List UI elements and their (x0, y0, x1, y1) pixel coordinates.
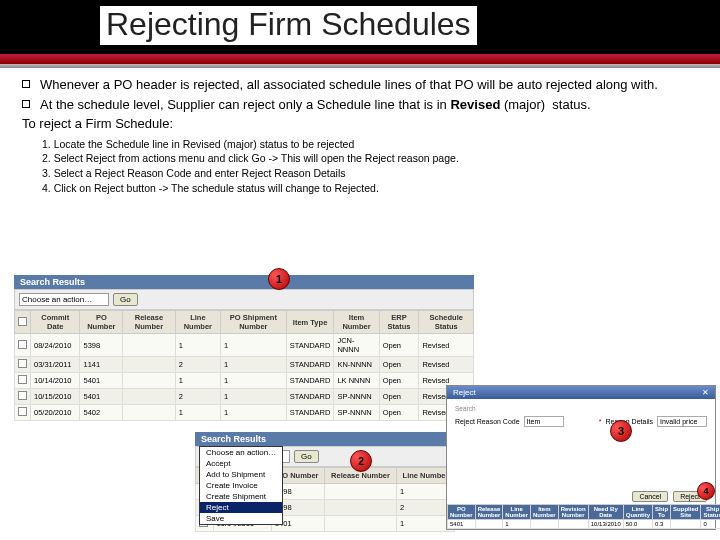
callout-1: 1 (268, 268, 290, 290)
select-all-checkbox[interactable] (18, 317, 27, 326)
cell (123, 357, 176, 373)
col-po-number: PO Number (80, 311, 123, 334)
close-icon[interactable]: ✕ (702, 388, 709, 397)
col-item-number: Item Number (334, 311, 379, 334)
table-row[interactable]: 10/15/2010540121STANDARDSP-NNNNOpenRevis… (15, 389, 474, 405)
cell: 10/14/2010 (31, 373, 80, 389)
cell: 10/13/2010 (588, 520, 623, 529)
menu-item[interactable]: Add to Shipment (200, 469, 282, 480)
cancel-button[interactable]: Cancel (632, 491, 668, 502)
cell: 1141 (80, 357, 123, 373)
content-area: Whenever a PO header is rejected, all as… (0, 68, 720, 195)
cell: 1 (503, 520, 531, 529)
cell: SP-NNNN (334, 405, 379, 421)
cell: Open (379, 373, 419, 389)
cell (531, 520, 559, 529)
col: Release Number (475, 505, 503, 520)
menu-item[interactable]: Choose an action… (200, 447, 282, 458)
cell: Open (379, 334, 419, 357)
table-header-row: Commit Date PO Number Release Number Lin… (15, 311, 474, 334)
cell: STANDARD (286, 373, 334, 389)
steps-list: 1. Locate the Schedule line in Revised (… (42, 137, 698, 196)
table-header-row: PO NumberRelease NumberLine NumberItem N… (448, 505, 721, 520)
page-title: Rejecting Firm Schedules (100, 6, 477, 45)
col-schedule-status: Schedule Status (419, 311, 474, 334)
menu-item[interactable]: Create Shipment (200, 491, 282, 502)
panel-header: Search Results (14, 275, 474, 289)
menu-item[interactable]: Create Invoice (200, 480, 282, 491)
go-button[interactable]: Go (294, 450, 319, 463)
cell: 1 (175, 405, 220, 421)
cell (324, 500, 396, 516)
col-release-number: Release Number (123, 311, 176, 334)
action-select[interactable]: Choose an action… (19, 293, 109, 306)
col-item-type: Item Type (286, 311, 334, 334)
cell: 08/24/2010 (31, 334, 80, 357)
cell: 2 (175, 357, 220, 373)
cell: 0.3 (653, 520, 671, 529)
col: Revision Number (558, 505, 588, 520)
callout-2: 2 (350, 450, 372, 472)
row-checkbox[interactable] (18, 340, 27, 349)
table-row[interactable]: 03/31/2011114121STANDARDKN-NNNNOpenRevis… (15, 357, 474, 373)
col: Ship To (653, 505, 671, 520)
col: Ship Status (701, 505, 720, 520)
cell: JCN-NNNN (334, 334, 379, 357)
cell: Revised (419, 334, 474, 357)
menu-item[interactable]: Accept (200, 458, 282, 469)
toolbar: Choose an action… Go (14, 289, 474, 310)
table-row[interactable]: 10/14/2010540111STANDARDLK NNNNOpenRevis… (15, 373, 474, 389)
intro-line: To reject a Firm Schedule: (22, 115, 698, 133)
cell: STANDARD (286, 389, 334, 405)
cell (123, 389, 176, 405)
cell: 0 (701, 520, 720, 529)
col: Line Quantity (623, 505, 652, 520)
cell: STANDARD (286, 334, 334, 357)
cell (671, 520, 701, 529)
hint-text: Search (455, 405, 707, 412)
callout-4: 4 (697, 482, 715, 500)
cell: Open (379, 405, 419, 421)
bullet-1: Whenever a PO header is rejected, all as… (22, 76, 698, 94)
cell: 5401 (80, 373, 123, 389)
dialog-titlebar: Reject ✕ (447, 386, 715, 399)
reason-details-input[interactable]: Invalid price (657, 416, 707, 427)
table-row[interactable]: 08/24/2010539811STANDARDJCN-NNNNOpenRevi… (15, 334, 474, 357)
cell: 2 (175, 389, 220, 405)
row-checkbox[interactable] (18, 359, 27, 368)
col-commit-date: Commit Date (31, 311, 80, 334)
col: Line Number (503, 505, 531, 520)
table-row[interactable]: 05/20/2010540211STANDARDSP-NNNNOpenRevis… (15, 405, 474, 421)
bullet-icon (22, 80, 30, 88)
cell: 10/15/2010 (31, 389, 80, 405)
cell: 5401 (80, 389, 123, 405)
go-button[interactable]: Go (113, 293, 138, 306)
cell (123, 334, 176, 357)
reason-code-select[interactable]: Item (524, 416, 564, 427)
row-checkbox[interactable] (18, 407, 27, 416)
action-dropdown-menu[interactable]: Choose an action…AcceptAdd to ShipmentCr… (199, 446, 283, 525)
screenshot-action-menu: Search Results Choose an action… Go Comm… (195, 432, 455, 532)
bullet-2-text: At the schedule level, Supplier can reje… (40, 96, 698, 114)
cell: Open (379, 389, 419, 405)
col: PO Number (448, 505, 476, 520)
cell: STANDARD (286, 357, 334, 373)
cell: 1 (220, 389, 286, 405)
row-checkbox[interactable] (18, 375, 27, 384)
cell: STANDARD (286, 405, 334, 421)
menu-item[interactable]: Reject (200, 502, 282, 513)
cell: 1 (220, 373, 286, 389)
step-2: 2. Select Reject from actions menu and c… (42, 151, 698, 166)
bullet-2: At the schedule level, Supplier can reje… (22, 96, 698, 114)
screenshot-search-results-main: Search Results Choose an action… Go Comm… (14, 275, 474, 421)
reject-detail-grid: PO NumberRelease NumberLine NumberItem N… (447, 504, 720, 529)
cell: 5402 (80, 405, 123, 421)
menu-item[interactable]: Save (200, 513, 282, 524)
cell: Revised (419, 357, 474, 373)
cell (324, 484, 396, 500)
cell (475, 520, 503, 529)
row-checkbox[interactable] (18, 391, 27, 400)
cell: 50.0 (623, 520, 652, 529)
required-icon: * (599, 418, 602, 425)
step-1: 1. Locate the Schedule line in Revised (… (42, 137, 698, 152)
